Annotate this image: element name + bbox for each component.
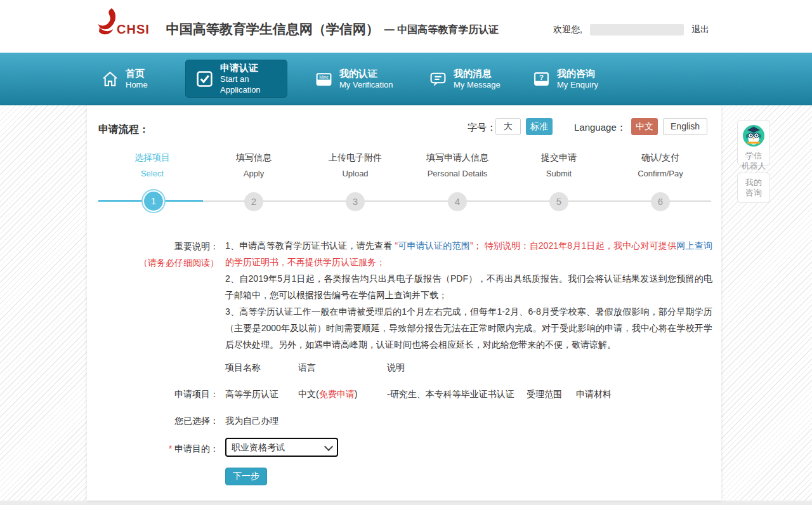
step-circle-6: 6 (651, 192, 670, 211)
step-circle-4: 4 (448, 192, 467, 211)
notes-body: 1、申请高等教育学历证书认证，请先查看 “可申请认证的范围”； 特别说明：自20… (225, 237, 712, 353)
brand[interactable]: CHSI 中国高等教育学生信息网（学信网） — 中国高等教育学历认证 (95, 8, 499, 41)
language-label: Language： (574, 122, 626, 134)
home-icon (102, 70, 119, 88)
free-application-text: 免费申请 (319, 389, 355, 399)
project-description: -研究生、本专科等毕业证书认证 (387, 389, 514, 400)
step-circle-2: 2 (244, 192, 263, 211)
language-text-close: ) (355, 389, 358, 399)
nav-item-home[interactable]: 首页 Home (102, 53, 148, 105)
scope-of-verification-link[interactable]: 可申请认证的范围 (398, 240, 470, 251)
robot-card-label-2: 机器人 (738, 161, 769, 171)
site-subtitle: — 中国高等教育学历认证 (384, 23, 499, 37)
nav-item-my-verification[interactable]: Mine 我的认证 My Verification (315, 53, 393, 105)
notes-warning: （请务必仔细阅读） (87, 258, 219, 269)
font-standard-button[interactable]: 标准 (526, 118, 553, 135)
step-label-zh: 选择项目 (102, 152, 203, 164)
step-label-zh: 填写信息 (203, 152, 304, 164)
step-circle-3: 3 (346, 192, 365, 211)
font-large-button[interactable]: 大 (495, 118, 521, 135)
step-label-en: Personal Details (407, 169, 508, 178)
svg-text:Mine: Mine (319, 75, 329, 79)
user-session-area: 欢迎您, 退出 (553, 24, 709, 36)
step-label-en: Apply (203, 169, 304, 178)
project-name: 高等学历认证 (225, 389, 278, 400)
project-row-label: 申请项目： (87, 389, 219, 400)
site-title: 中国高等教育学生信息网（学信网） (166, 20, 379, 38)
main-content: 申请流程： 字号： 大 标准 Language： 中文 English 选择项目… (87, 105, 721, 501)
robot-card-label-1: 学信 (738, 151, 769, 161)
note-1-quote-close: ”； (470, 240, 485, 251)
column-header-name: 项目名称 (225, 362, 261, 374)
language-chinese-button[interactable]: 中文 (631, 118, 658, 135)
project-language: 中文(免费申请) (298, 389, 357, 400)
step-circle-5: 5 (549, 192, 568, 211)
robot-avatar-icon (742, 124, 765, 147)
nav-label-zh: 我的消息 (454, 68, 501, 79)
note-line-3: 3、高等学历认证工作一般在申请被受理后的1个月左右完成，但每年1-2月、6-8月… (225, 303, 712, 353)
main-navigation: 首页 Home 申请认证 Start an Application Mine 我… (0, 53, 812, 105)
font-size-label: 字号： (468, 122, 496, 134)
chsi-logo-icon (95, 8, 119, 41)
column-header-description: 说明 (387, 362, 405, 374)
step-label-zh: 确认/支付 (610, 152, 711, 164)
step-circle-1: 1 (143, 190, 164, 212)
step-label-en: Submit (508, 169, 610, 178)
step-label-en: Upload (304, 169, 406, 178)
note-1-special: 特别说明：自2021年8月1日起，我中心对可提供 (485, 240, 677, 251)
step-label-zh: 提交申请 (508, 152, 610, 164)
acceptance-scope-link[interactable]: 受理范围 (527, 389, 562, 400)
note-1-special-end: 的学历证明书，不再提供学历认证服务； (225, 257, 385, 267)
my-enquiry-card[interactable]: 我的 咨询 (737, 173, 770, 203)
nav-label-en: Start an Application (220, 74, 287, 95)
nav-item-start-application[interactable]: 申请认证 Start an Application (185, 60, 287, 98)
purpose-select[interactable]: 职业资格考试 (225, 438, 338, 457)
logout-link[interactable]: 退出 (691, 24, 709, 36)
step-label-zh: 填写申请人信息 (407, 152, 508, 164)
note-1-text: 1、申请高等教育学历证书认证，请先查看 (225, 240, 395, 251)
note-line-2: 2、自2019年5月1日起，各类报告均只出具电子版报告（PDF），不再出具纸质报… (225, 270, 712, 303)
nav-label-en: Home (126, 79, 148, 90)
language-text: 中文( (298, 389, 319, 399)
footer-strip (0, 501, 812, 505)
purpose-label-text: 申请目的： (172, 443, 219, 454)
brand-logo-text: CHSI (117, 22, 150, 37)
nav-item-my-enquiry[interactable]: ? 我的咨询 My Enquiry (533, 53, 598, 105)
next-step-button[interactable]: 下一步 (225, 468, 267, 485)
message-icon (429, 70, 447, 88)
enquiry-card-label-1: 我的 (738, 178, 769, 188)
purpose-select-wrap: 职业资格考试 (225, 438, 338, 457)
step-label-en: Select (102, 169, 203, 178)
chsi-application-page: CHSI 中国高等教育学生信息网（学信网） — 中国高等教育学历认证 欢迎您, … (0, 0, 812, 505)
column-header-language: 语言 (298, 362, 316, 374)
nav-label-zh: 我的认证 (339, 68, 393, 79)
nav-item-my-message[interactable]: 我的消息 My Message (429, 53, 501, 105)
welcome-text: 欢迎您, (553, 24, 582, 36)
purpose-label: * 申请目的： (87, 443, 219, 455)
selected-value: 我为自己办理 (225, 416, 278, 427)
enquiry-card-label-2: 咨询 (738, 188, 769, 198)
question-icon: ? (533, 70, 550, 88)
svg-text:?: ? (539, 74, 544, 81)
page-title: 申请流程： (98, 123, 149, 136)
step-label-en: Confirm/Pay (610, 169, 711, 178)
nav-label-zh: 申请认证 (220, 62, 287, 74)
nav-label-zh: 我的咨询 (557, 68, 598, 79)
note-line-1: 1、申请高等教育学历证书认证，请先查看 “可申请认证的范围”； 特别说明：自20… (225, 237, 712, 270)
step-label-zh: 上传电子附件 (304, 152, 406, 164)
redacted-username (590, 24, 684, 36)
application-materials-link[interactable]: 申请材料 (576, 389, 612, 400)
nav-label-en: My Verification (339, 79, 393, 90)
nav-label-zh: 首页 (126, 68, 148, 79)
robot-assistant-card[interactable]: 学信 机器人 (737, 120, 770, 166)
online-query-link[interactable]: 网上查询 (676, 240, 712, 251)
nav-label-en: My Message (454, 79, 501, 90)
site-header: CHSI 中国高等教育学生信息网（学信网） — 中国高等教育学历认证 欢迎您, … (0, 0, 812, 53)
selected-label: 您已选择： (87, 416, 219, 427)
notes-label: 重要说明： (87, 241, 219, 253)
nav-label-en: My Enquiry (557, 79, 598, 90)
mine-badge-icon: Mine (315, 70, 332, 88)
language-english-button[interactable]: English (663, 118, 707, 135)
checkbox-icon (196, 70, 213, 88)
